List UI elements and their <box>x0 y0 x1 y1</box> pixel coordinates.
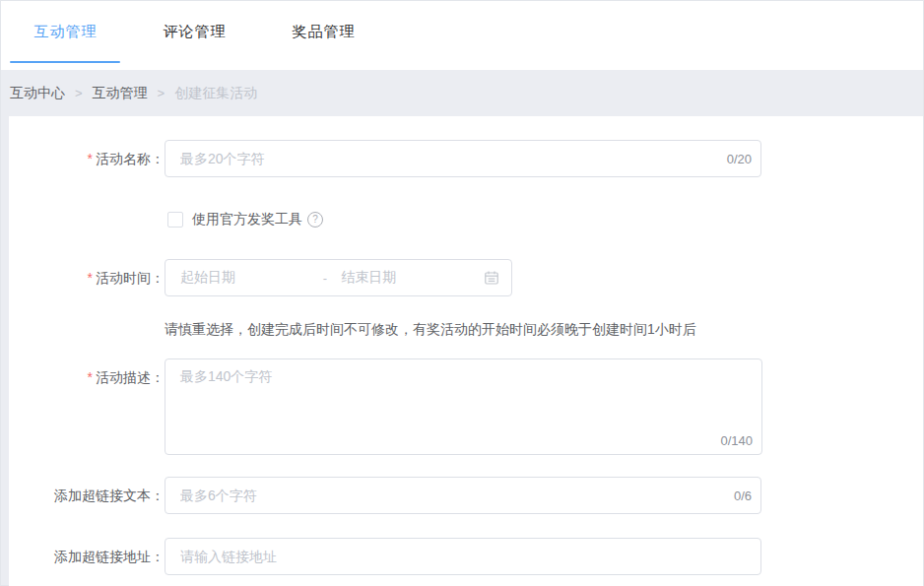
activity-time-label: *活动时间： <box>9 259 165 296</box>
calendar-icon[interactable] <box>484 270 499 286</box>
link-text-label: 添加超链接文本： <box>9 477 165 514</box>
activity-name-label: *活动名称： <box>9 140 165 177</box>
page: 互动管理 评论管理 奖品管理 互动中心 > 互动管理 > 创建征集活动 *活动名… <box>0 0 924 586</box>
official-tool-label[interactable]: 使用官方发奖工具 <box>192 211 302 228</box>
required-marker: * <box>88 270 93 286</box>
link-text-counter: 0/6 <box>730 488 752 503</box>
top-tab-bar: 互动管理 评论管理 奖品管理 <box>1 1 923 70</box>
link-url-control <box>165 538 761 575</box>
activity-name-row: *活动名称： 0/20 <box>9 140 923 177</box>
tab-interaction-management[interactable]: 互动管理 <box>1 1 130 63</box>
activity-desc-control: 0/140 <box>165 358 762 455</box>
required-marker: * <box>88 151 93 166</box>
link-url-row: 添加超链接地址： <box>9 538 923 575</box>
activity-name-counter: 0/20 <box>723 152 752 166</box>
date-range-separator: - <box>323 271 327 286</box>
activity-time-row: *活动时间： 起始日期 - 结束日期 <box>9 259 923 296</box>
activity-name-input[interactable] <box>165 140 761 177</box>
help-question-icon[interactable]: ? <box>307 212 323 228</box>
link-text-input[interactable] <box>165 477 761 514</box>
link-url-label: 添加超链接地址： <box>9 538 165 575</box>
start-date-placeholder[interactable]: 起始日期 <box>180 269 323 287</box>
official-tool-row: 使用官方发奖工具 ? <box>167 210 923 229</box>
official-tool-checkbox[interactable] <box>167 212 183 228</box>
date-range-picker[interactable]: 起始日期 - 结束日期 <box>165 259 512 296</box>
tab-label: 评论管理 <box>164 23 227 41</box>
activity-desc-counter: 0/140 <box>716 433 753 448</box>
activity-desc-textarea[interactable] <box>165 358 762 455</box>
breadcrumb-item-interaction-center[interactable]: 互动中心 <box>10 85 65 102</box>
breadcrumb-separator-icon: > <box>75 86 83 100</box>
link-text-control: 0/6 <box>165 477 761 514</box>
create-activity-form: *活动名称： 0/20 使用官方发奖工具 ? *活动时间： 起始日期 - 结束日… <box>9 116 923 586</box>
activity-desc-label: *活动描述： <box>9 358 165 396</box>
tab-label: 奖品管理 <box>293 23 356 41</box>
breadcrumb-separator-icon: > <box>158 86 165 100</box>
tab-comment-management[interactable]: 评论管理 <box>130 1 259 63</box>
breadcrumb: 互动中心 > 互动管理 > 创建征集活动 <box>1 70 923 116</box>
activity-name-control: 0/20 <box>165 140 761 177</box>
link-url-input[interactable] <box>165 538 761 575</box>
breadcrumb-item-interaction-management[interactable]: 互动管理 <box>93 85 148 102</box>
link-text-row: 添加超链接文本： 0/6 <box>9 477 923 514</box>
activity-desc-row: *活动描述： 0/140 <box>9 358 923 455</box>
required-marker: * <box>88 369 93 385</box>
tab-label: 互动管理 <box>34 23 98 41</box>
end-date-placeholder[interactable]: 结束日期 <box>341 269 484 287</box>
breadcrumb-item-create-activity: 创建征集活动 <box>174 85 257 102</box>
activity-time-note: 请慎重选择，创建完成后时间不可修改，有奖活动的开始时间必须晚于创建时间1小时后 <box>165 320 923 338</box>
tab-prize-management[interactable]: 奖品管理 <box>259 1 388 63</box>
